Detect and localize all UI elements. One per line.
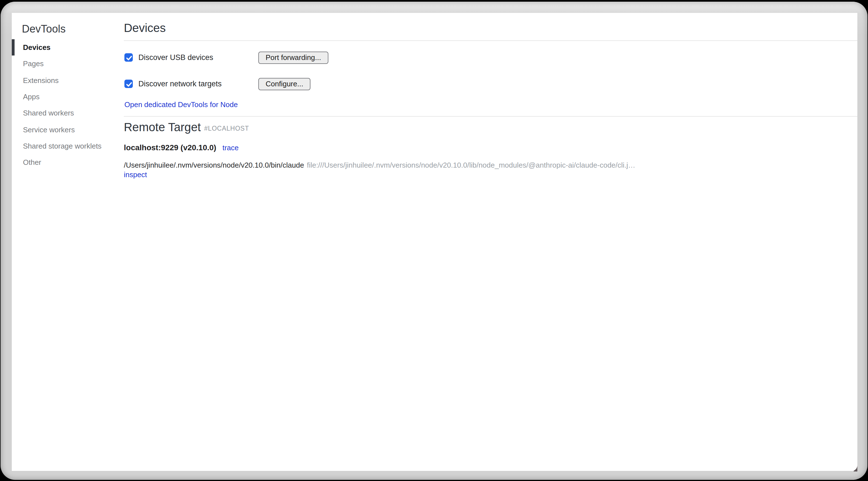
remote-target-heading: Remote Target#LOCALHOST (124, 120, 249, 136)
devtools-title: DevTools (22, 22, 66, 36)
configure-button[interactable]: Configure... (258, 78, 310, 90)
inspect-devices-page: DevTools Devices Pages Extensions (12, 13, 857, 471)
target-path-row: /Users/jinhuilee/.nvm/versions/node/v20.… (124, 161, 636, 169)
inspect-row: inspect (124, 171, 147, 179)
sidebar-item-extensions[interactable]: Extensions (12, 72, 124, 89)
sidebar-item-shared-storage-worklets[interactable]: Shared storage worklets (12, 138, 124, 154)
screenshot-stage: DevTools Devices Pages Extensions (0, 0, 868, 481)
target-row: localhost:9229 (v20.10.0)trace (124, 142, 239, 152)
divider (124, 116, 857, 117)
target-name: localhost:9229 (v20.10.0) (124, 143, 216, 152)
sidebar-item-service-workers[interactable]: Service workers (12, 121, 124, 138)
target-module-url: file:///Users/jinhuilee/.nvm/versions/no… (307, 161, 635, 169)
sidebar-item-other[interactable]: Other (12, 154, 124, 171)
remote-target-title: Remote Target (124, 121, 201, 133)
sidebar-nav: Devices Pages Extensions Apps (12, 39, 124, 171)
target-process-path: /Users/jinhuilee/.nvm/versions/node/v20.… (124, 161, 304, 169)
sidebar: DevTools Devices Pages Extensions (12, 13, 124, 471)
sidebar-item-devices[interactable]: Devices (12, 39, 124, 56)
checkmark-icon (125, 54, 133, 62)
discover-usb-checkbox[interactable] (124, 53, 133, 61)
devices-heading: Devices (124, 21, 165, 35)
sidebar-item-apps[interactable]: Apps (12, 89, 124, 105)
selected-indicator-bar (12, 39, 14, 56)
main-content: Devices Discover USB devices Port forwar… (124, 13, 857, 471)
sidebar-item-shared-workers[interactable]: Shared workers (12, 105, 124, 122)
localhost-badge: #LOCALHOST (204, 125, 249, 132)
macos-window-frame: DevTools Devices Pages Extensions (1, 2, 867, 480)
discover-network-label: Discover network targets (138, 79, 222, 88)
divider (124, 40, 857, 41)
inspect-link[interactable]: inspect (124, 171, 147, 179)
discover-network-checkbox[interactable] (124, 79, 133, 88)
port-forwarding-button[interactable]: Port forwarding... (258, 51, 329, 64)
discover-usb-label: Discover USB devices (138, 53, 213, 61)
checkmark-icon (125, 80, 133, 88)
sidebar-item-pages[interactable]: Pages (12, 56, 124, 72)
trace-link[interactable]: trace (222, 144, 239, 152)
open-node-devtools-link[interactable]: Open dedicated DevTools for Node (124, 100, 238, 109)
